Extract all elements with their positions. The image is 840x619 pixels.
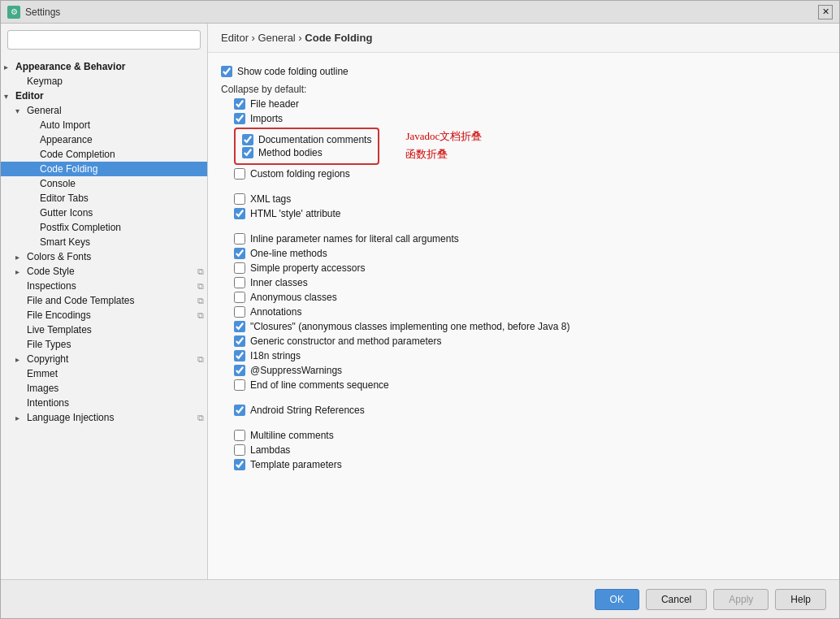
sidebar-item-auto-import[interactable]: Auto Import bbox=[1, 118, 207, 132]
sidebar-item-label: File Types bbox=[27, 339, 71, 350]
sidebar-item-language-injections[interactable]: Language Injections ⧉ bbox=[1, 410, 207, 425]
closures-checkbox[interactable] bbox=[234, 321, 245, 332]
sidebar-item-images[interactable]: Images bbox=[1, 381, 207, 396]
one-line-methods-row: One-line methods bbox=[234, 248, 826, 259]
imports-checkbox[interactable] bbox=[234, 113, 245, 124]
settings-window: ⚙ Settings ✕ Appearance & Behavior Keyma… bbox=[0, 0, 840, 619]
end-of-line-label: End of line comments sequence bbox=[250, 379, 389, 391]
html-style-checkbox[interactable] bbox=[234, 208, 245, 219]
android-string-row: Android String References bbox=[234, 405, 826, 416]
annotations-checkbox[interactable] bbox=[234, 306, 245, 318]
settings-panel: Show code folding outline Collapse by de… bbox=[208, 53, 839, 579]
doc-comments-checkbox[interactable] bbox=[242, 134, 253, 145]
help-button[interactable]: Help bbox=[775, 589, 826, 610]
sidebar-item-label: Auto Import bbox=[40, 119, 90, 131]
inline-params-row: Inline parameter names for literal call … bbox=[234, 233, 826, 245]
suppress-warnings-checkbox[interactable] bbox=[234, 365, 245, 376]
cancel-button[interactable]: Cancel bbox=[646, 589, 707, 610]
inline-params-label: Inline parameter names for literal call … bbox=[250, 233, 459, 245]
copy-icon: ⧉ bbox=[197, 296, 204, 306]
sidebar-item-code-completion[interactable]: Code Completion bbox=[1, 147, 207, 162]
close-button[interactable]: ✕ bbox=[818, 5, 833, 19]
end-of-line-row: End of line comments sequence bbox=[234, 379, 826, 391]
sidebar-item-file-types[interactable]: File Types bbox=[1, 337, 207, 352]
sidebar-item-label: Smart Keys bbox=[40, 236, 90, 248]
show-outline-checkbox[interactable] bbox=[221, 66, 232, 77]
show-outline-label: Show code folding outline bbox=[237, 66, 349, 77]
ok-button[interactable]: OK bbox=[595, 589, 639, 610]
search-input[interactable] bbox=[7, 30, 201, 50]
search-box bbox=[7, 30, 201, 50]
divider3 bbox=[221, 397, 826, 398]
android-string-checkbox[interactable] bbox=[234, 405, 245, 416]
collapse-label: Collapse by default: bbox=[221, 84, 826, 95]
file-header-checkbox[interactable] bbox=[234, 98, 245, 110]
one-line-methods-checkbox[interactable] bbox=[234, 248, 245, 259]
i18n-strings-label: I18n strings bbox=[250, 350, 301, 361]
html-style-row: HTML 'style' attribute bbox=[234, 208, 826, 219]
inner-classes-row: Inner classes bbox=[234, 277, 826, 288]
sidebar-item-postfix-completion[interactable]: Postfix Completion bbox=[1, 220, 207, 235]
sidebar-item-label: File Encodings bbox=[27, 310, 91, 321]
method-bodies-checkbox[interactable] bbox=[242, 147, 253, 158]
sidebar-item-code-folding[interactable]: Code Folding bbox=[1, 162, 207, 176]
sidebar-item-label: Copyright bbox=[27, 353, 68, 365]
lambdas-checkbox[interactable] bbox=[234, 444, 245, 456]
custom-folding-checkbox[interactable] bbox=[234, 168, 245, 180]
sidebar-item-inspections[interactable]: Inspections ⧉ bbox=[1, 279, 207, 293]
sidebar-item-appearance[interactable]: Appearance bbox=[1, 132, 207, 147]
generic-constructor-row: Generic constructor and method parameter… bbox=[234, 335, 826, 347]
apply-button[interactable]: Apply bbox=[713, 589, 769, 610]
lambdas-row: Lambdas bbox=[234, 444, 826, 456]
sidebar: Appearance & Behavior Keymap Editor Gene… bbox=[1, 24, 208, 579]
generic-constructor-checkbox[interactable] bbox=[234, 335, 245, 347]
xml-tags-label: XML tags bbox=[250, 193, 291, 205]
sidebar-item-editor-tabs[interactable]: Editor Tabs bbox=[1, 191, 207, 206]
main-panel: Editor › General › Code Folding Show cod… bbox=[208, 24, 839, 579]
doc-comments-row: Documentation comments bbox=[242, 134, 371, 145]
sidebar-item-label: Inspections bbox=[27, 280, 76, 292]
sidebar-item-general[interactable]: General bbox=[1, 103, 207, 118]
sidebar-item-live-templates[interactable]: Live Templates bbox=[1, 322, 207, 337]
multiline-comments-row: Multiline comments bbox=[234, 430, 826, 441]
sidebar-item-file-encodings[interactable]: File Encodings ⧉ bbox=[1, 308, 207, 322]
xml-tags-checkbox[interactable] bbox=[234, 193, 245, 205]
simple-property-row: Simple property accessors bbox=[234, 262, 826, 274]
method-bodies-annotation: 函数折叠 bbox=[405, 147, 482, 162]
sidebar-item-console[interactable]: Console bbox=[1, 176, 207, 191]
end-of-line-checkbox[interactable] bbox=[234, 379, 245, 391]
generic-constructor-label: Generic constructor and method parameter… bbox=[250, 335, 441, 347]
sidebar-item-editor[interactable]: Editor bbox=[1, 89, 207, 103]
file-header-row: File header bbox=[234, 98, 826, 110]
expand-icon bbox=[4, 92, 15, 101]
inline-params-checkbox[interactable] bbox=[234, 233, 245, 245]
multiline-comments-checkbox[interactable] bbox=[234, 430, 245, 441]
one-line-methods-label: One-line methods bbox=[250, 248, 327, 259]
template-params-checkbox[interactable] bbox=[234, 459, 245, 470]
sidebar-item-code-style[interactable]: Code Style ⧉ bbox=[1, 264, 207, 279]
sidebar-item-keymap[interactable]: Keymap bbox=[1, 74, 207, 89]
sidebar-item-file-code-templates[interactable]: File and Code Templates ⧉ bbox=[1, 293, 207, 308]
inner-classes-checkbox[interactable] bbox=[234, 277, 245, 288]
expand-icon bbox=[15, 413, 27, 422]
simple-property-checkbox[interactable] bbox=[234, 262, 245, 274]
sidebar-item-gutter-icons[interactable]: Gutter Icons bbox=[1, 206, 207, 220]
sidebar-item-copyright[interactable]: Copyright ⧉ bbox=[1, 352, 207, 366]
template-params-row: Template parameters bbox=[234, 459, 826, 470]
app-icon: ⚙ bbox=[7, 6, 20, 19]
copy-icon: ⧉ bbox=[197, 413, 204, 423]
i18n-strings-checkbox[interactable] bbox=[234, 350, 245, 361]
highlighted-group: Documentation comments Method bodies bbox=[234, 128, 379, 165]
sidebar-item-colors-fonts[interactable]: Colors & Fonts bbox=[1, 249, 207, 264]
sidebar-item-appearance-behavior[interactable]: Appearance & Behavior bbox=[1, 59, 207, 74]
sidebar-item-smart-keys[interactable]: Smart Keys bbox=[1, 235, 207, 249]
breadcrumb: Editor › General › Code Folding bbox=[208, 24, 839, 53]
expand-icon bbox=[15, 267, 27, 276]
template-params-label: Template parameters bbox=[250, 459, 342, 470]
sidebar-item-emmet[interactable]: Emmet bbox=[1, 366, 207, 381]
sidebar-item-label: Appearance & Behavior bbox=[15, 61, 125, 72]
i18n-strings-row: I18n strings bbox=[234, 350, 826, 361]
anonymous-classes-checkbox[interactable] bbox=[234, 292, 245, 303]
sidebar-item-label: Language Injections bbox=[27, 412, 114, 423]
sidebar-item-intentions[interactable]: Intentions bbox=[1, 396, 207, 410]
